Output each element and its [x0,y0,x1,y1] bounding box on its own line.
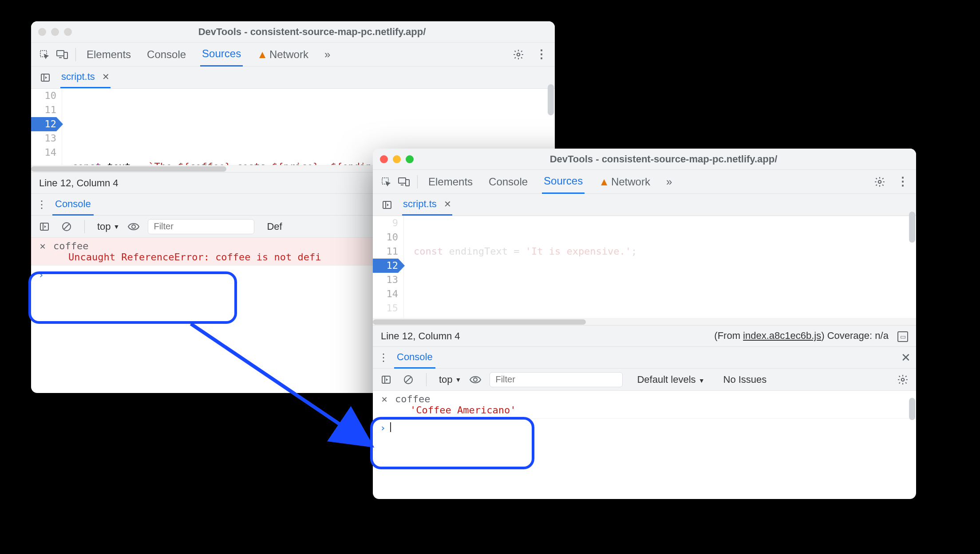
console-sidebar-toggle-icon[interactable] [36,219,52,235]
titlebar: DevTools - consistent-source-map-pc.netl… [31,21,555,43]
tab-console[interactable]: Console [487,170,530,193]
source-link[interactable]: index.a8c1ec6b.js [743,330,821,341]
issues-button[interactable]: No Issues [723,374,767,385]
console-prompt[interactable]: › [373,419,916,437]
device-toggle-icon[interactable] [54,47,70,63]
error-close-icon[interactable]: ✕ [38,240,47,251]
svg-rect-13 [406,180,409,186]
live-expression-icon[interactable] [467,372,483,388]
minimize-dot[interactable] [393,155,401,163]
vertical-scrollbar[interactable] [909,194,915,487]
console-sidebar-toggle-icon[interactable] [378,372,394,388]
more-tabs-icon[interactable]: » [323,43,332,66]
inspect-icon[interactable] [36,47,52,63]
execution-line-marker: 12 [373,259,398,273]
drawer-menu-icon[interactable]: ⋮ [378,351,389,364]
settings-icon[interactable] [872,174,888,190]
navigator-toggle-icon[interactable] [37,70,53,86]
traffic-lights [38,28,72,36]
svg-rect-12 [399,178,406,183]
clear-entry-icon[interactable]: ✕ [380,393,389,405]
console-body[interactable]: ✕ coffee 'Coffee Americano' › [373,391,916,437]
settings-icon[interactable] [510,47,526,63]
minimize-dot[interactable] [51,28,59,36]
tab-sources[interactable]: Sources [200,42,243,67]
tab-elements[interactable]: Elements [85,43,133,66]
execution-line-marker: 12 [31,117,56,131]
editor-statusbar: Line 12, Column 4 (From index.a8c1ec6b.j… [373,325,916,346]
window-title: DevTools - consistent-source-map-pc.netl… [418,153,909,165]
file-tab-script[interactable]: script.ts ✕ [402,194,452,216]
device-toggle-icon[interactable] [396,174,412,190]
svg-rect-1 [57,51,64,56]
tab-elements[interactable]: Elements [427,170,474,193]
panel-toolbar: Elements Console Sources ▲Network » ⋮ [373,170,916,194]
window-title: DevTools - consistent-source-map-pc.netl… [76,26,548,38]
filter-input[interactable] [148,219,254,234]
tab-sources[interactable]: Sources [542,169,585,194]
drawer-tab-console[interactable]: Console [52,194,94,216]
cursor-position: Line 12, Column 4 [39,177,119,189]
close-icon[interactable]: ✕ [102,71,110,82]
warning-icon: ▲ [257,48,268,60]
live-expression-icon[interactable] [126,219,142,235]
clear-console-icon[interactable] [59,219,75,235]
drawer-menu-icon[interactable]: ⋮ [36,198,47,211]
close-icon[interactable]: ✕ [444,199,451,209]
tab-network[interactable]: ▲Network [255,43,310,66]
titlebar: DevTools - consistent-source-map-pc.netl… [373,149,916,170]
horizontal-scrollbar[interactable] [373,318,916,325]
coverage-icon[interactable]: ▭ [897,331,908,342]
drawer-header: ⋮ Console ✕ [373,346,916,369]
inspect-icon[interactable] [378,174,394,190]
cursor-position: Line 12, Column 4 [381,330,460,342]
file-tab-bar: script.ts ✕ [373,194,916,216]
close-dot[interactable] [380,155,388,163]
filter-input[interactable] [490,372,623,387]
svg-rect-2 [64,52,67,59]
zoom-dot[interactable] [406,155,414,163]
svg-point-14 [878,180,881,183]
line-gutter: 9 10 11 12 13 14 15 [373,216,404,318]
text-caret [390,422,391,432]
console-result-row: ✕ coffee 'Coffee Americano' [373,391,916,419]
context-selector[interactable]: top ▼ [436,374,461,385]
devtools-window-right: DevTools - consistent-source-map-pc.netl… [373,149,916,499]
zoom-dot[interactable] [64,28,72,36]
console-input-echo: coffee [395,393,430,405]
svg-point-3 [517,53,520,56]
clear-console-icon[interactable] [400,372,416,388]
prompt-chevron-icon: › [38,269,44,280]
file-name: script.ts [403,198,437,210]
kebab-menu-icon[interactable]: ⋮ [895,174,911,190]
svg-point-22 [901,378,905,381]
source-map-from: (From index.a8c1ec6b.js) Coverage: n/a ▭ [714,330,908,342]
prompt-chevron-icon: › [380,422,386,433]
console-error-message: Uncaught ReferenceError: coffee is not d… [53,251,321,263]
traffic-lights [380,155,414,163]
levels-selector[interactable]: Default levels ▼ [637,374,704,385]
navigator-toggle-icon[interactable] [379,197,395,213]
svg-point-21 [474,378,477,381]
file-name: script.ts [61,71,95,83]
tab-console[interactable]: Console [145,43,188,66]
console-settings-icon[interactable] [895,372,911,388]
close-dot[interactable] [38,28,46,36]
levels-selector[interactable]: Def [267,221,282,232]
line-gutter: 10 11 12 13 14 [31,89,62,165]
more-tabs-icon[interactable]: » [664,170,674,193]
warning-icon: ▲ [599,176,609,188]
tab-network[interactable]: ▲Network [597,170,652,193]
panel-toolbar: Elements Console Sources ▲Network » ⋮ [31,43,555,67]
svg-line-20 [406,377,411,382]
context-selector[interactable]: top ▼ [95,221,119,232]
drawer-tab-console[interactable]: Console [394,347,435,369]
kebab-menu-icon[interactable]: ⋮ [533,47,549,63]
code-editor[interactable]: 9 10 11 12 13 14 15 const endingText = '… [373,216,916,318]
file-tab-bar: script.ts ✕ [31,67,555,89]
file-tab-script[interactable]: script.ts ✕ [60,67,111,88]
svg-point-10 [132,225,135,228]
console-toolbar: top ▼ Default levels ▼ No Issues [373,369,916,391]
console-input-echo: coffee [53,240,88,251]
svg-line-9 [64,224,69,229]
